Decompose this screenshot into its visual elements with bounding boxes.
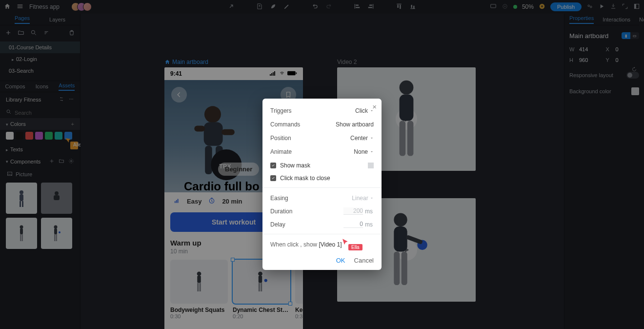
svg-rect-26 xyxy=(54,228,57,234)
svg-rect-18 xyxy=(22,201,23,207)
align-left-icon[interactable] xyxy=(354,3,361,11)
align-bottom-icon[interactable] xyxy=(409,3,416,11)
download-icon[interactable] xyxy=(610,3,617,11)
menu-icon[interactable] xyxy=(17,3,23,11)
add-color-icon[interactable]: + xyxy=(71,121,74,127)
swatch[interactable] xyxy=(45,132,53,140)
bgcolor-swatch[interactable] xyxy=(631,87,639,95)
artboard-label-video2[interactable]: Video 2 xyxy=(337,59,357,65)
play-icon[interactable] xyxy=(598,3,605,11)
svg-rect-49 xyxy=(197,276,201,283)
interaction-summary: When click , show [Video 1] xyxy=(270,241,374,248)
svg-point-61 xyxy=(394,213,407,226)
y-value[interactable]: 0 xyxy=(616,57,640,63)
swatch[interactable] xyxy=(55,132,62,140)
orientation-toggle[interactable]: ▮▭ xyxy=(622,32,639,39)
selection-title: Main artboard ▮▭ xyxy=(569,32,639,40)
svg-point-15 xyxy=(20,190,23,194)
device-icon[interactable] xyxy=(490,3,497,11)
thumbnail[interactable] xyxy=(41,218,72,249)
section-components[interactable]: Components xyxy=(0,155,80,168)
position-dropdown[interactable]: Center xyxy=(350,135,374,142)
home-icon[interactable] xyxy=(4,3,11,11)
svg-point-52 xyxy=(258,271,262,276)
swatch[interactable] xyxy=(25,132,33,140)
tab-assets[interactable]: Assets xyxy=(59,82,75,91)
close-button[interactable]: × xyxy=(372,103,377,111)
align-top-icon[interactable] xyxy=(396,3,402,11)
new-folder-icon[interactable] xyxy=(18,29,24,38)
target-icon[interactable] xyxy=(502,3,508,11)
align-right-icon[interactable] xyxy=(367,3,374,11)
add-icon[interactable] xyxy=(539,3,545,11)
redo-icon[interactable] xyxy=(325,3,332,11)
cancel-button[interactable]: Cancel xyxy=(354,257,374,264)
library-row[interactable]: Library Fitness xyxy=(0,92,80,107)
thumbnail[interactable] xyxy=(41,183,72,214)
gear-icon[interactable] xyxy=(64,158,74,165)
publish-button[interactable]: Publish xyxy=(550,2,582,11)
share-icon[interactable] xyxy=(586,3,593,11)
tab-pages[interactable]: Pages xyxy=(15,15,30,24)
svg-point-2 xyxy=(504,5,505,6)
fullscreen-icon[interactable] xyxy=(622,3,628,11)
thumbnail[interactable] xyxy=(6,218,37,249)
asset-search-input[interactable] xyxy=(15,110,82,116)
tab-interactions[interactable]: Interactions xyxy=(603,17,630,22)
exercise-card[interactable]: Bodyweight Squats 0:30 xyxy=(170,260,228,319)
tab-notes[interactable]: Notes xyxy=(639,17,644,22)
width-value[interactable]: 414 xyxy=(579,46,603,52)
svg-rect-24 xyxy=(22,234,23,241)
tab-properties[interactable]: Properties xyxy=(569,15,594,24)
more-icon[interactable] xyxy=(64,96,74,103)
triggers-dropdown[interactable]: Click xyxy=(355,107,374,114)
search-pages-icon[interactable] xyxy=(30,29,37,38)
page-list: 01-Course Details 02-Login 03-Search xyxy=(0,41,80,77)
page-item[interactable]: 02-Login xyxy=(0,53,80,65)
swatch[interactable] xyxy=(35,132,43,140)
animate-dropdown[interactable]: None xyxy=(354,148,374,155)
add-page-icon[interactable] xyxy=(5,29,12,38)
tab-compos[interactable]: Compos xyxy=(5,83,25,89)
ok-button[interactable]: OK xyxy=(336,257,345,264)
easing-dropdown[interactable]: Linear xyxy=(352,195,374,202)
add-component-icon[interactable] xyxy=(45,158,55,165)
svg-point-9 xyxy=(69,99,70,100)
undo-icon[interactable] xyxy=(312,3,319,11)
svg-rect-37 xyxy=(204,122,223,146)
mask-color-swatch[interactable] xyxy=(368,163,374,168)
swatch[interactable] xyxy=(16,132,23,140)
picture-group[interactable]: Picture xyxy=(0,168,80,181)
swatch[interactable] xyxy=(6,132,14,140)
x-value[interactable]: 0 xyxy=(616,46,640,52)
panel-icon[interactable] xyxy=(633,3,640,11)
commands-value[interactable]: Show artboard xyxy=(336,121,374,128)
page-item[interactable]: 03-Search xyxy=(0,65,80,77)
show-mask-checkbox[interactable]: Show mask xyxy=(270,162,374,169)
tab-layers[interactable]: Layers xyxy=(49,17,65,22)
right-panel: Properties Interactions Notes Main artbo… xyxy=(564,14,644,329)
click-close-checkbox[interactable]: Click mask to close xyxy=(270,175,374,182)
collaborator-avatars[interactable] xyxy=(74,2,92,11)
zoom-level[interactable]: 50% xyxy=(522,3,534,10)
page-item[interactable]: 01-Course Details xyxy=(0,41,80,53)
swap-icon[interactable] xyxy=(55,96,64,103)
sort-icon[interactable] xyxy=(43,29,50,38)
thumbnail[interactable] xyxy=(6,183,37,214)
pen-icon[interactable] xyxy=(283,3,290,11)
responsive-row: Responsive layout xyxy=(569,72,639,79)
connector-icon[interactable] xyxy=(228,3,235,11)
trash-icon[interactable] xyxy=(68,29,75,38)
duration-input[interactable] xyxy=(343,207,363,215)
section-texts[interactable]: Texts xyxy=(0,144,80,155)
responsive-toggle[interactable] xyxy=(626,72,639,79)
delay-input[interactable] xyxy=(343,221,363,228)
artboard-label-main[interactable]: Main artboard xyxy=(164,59,208,65)
height-value[interactable]: 960 xyxy=(579,57,603,63)
folder-icon[interactable] xyxy=(55,158,64,165)
swatch[interactable] xyxy=(64,132,72,140)
tab-icons[interactable]: Icons xyxy=(36,83,48,89)
export-icon[interactable] xyxy=(256,3,263,11)
leaf-icon[interactable] xyxy=(270,3,277,11)
section-colors[interactable]: Colors+ xyxy=(0,118,80,130)
